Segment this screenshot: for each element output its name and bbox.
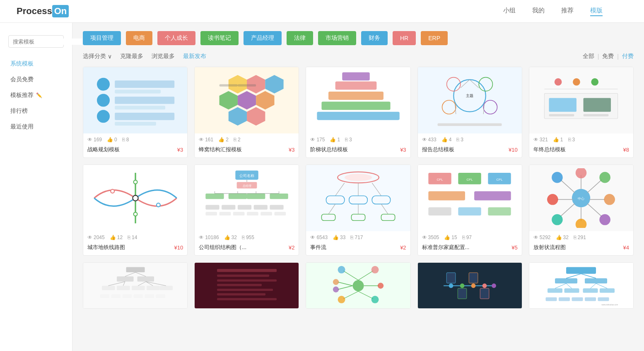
logo-text: Process <box>17 6 52 17</box>
cat-project[interactable]: 项目管理 <box>83 31 121 45</box>
filter-paid[interactable]: 付费 <box>622 53 634 60</box>
template-card[interactable]: 👁 161 👍 2 ⎘ 2 蜂窝结构汇报模板 ¥3 <box>194 67 299 158</box>
svg-rect-166 <box>446 273 456 283</box>
filter-free[interactable]: 免费 <box>602 53 614 60</box>
nav-mine[interactable]: 我的 <box>532 7 545 16</box>
card-info: 公司组织结构图（... ¥2 <box>195 242 299 255</box>
likes-count: 👍 32 <box>224 235 237 240</box>
template-card[interactable]: 主题 👁 433 👍 4 ⎘ 3 <box>417 67 522 158</box>
card-price: ¥4 <box>623 244 629 251</box>
card-thumbnail: 主题 <box>418 67 522 133</box>
cat-marketing[interactable]: 市场营销 <box>318 31 356 45</box>
filter-classify[interactable]: 选择分类 ∨ <box>83 53 112 60</box>
card-meta: 👁 321 👍 1 ⎘ 3 <box>529 133 633 144</box>
sidebar-item-ranking[interactable]: 排行榜 <box>8 103 64 119</box>
template-card[interactable]: 👁 321 👍 1 ⎘ 3 年终总结模板 ¥8 <box>529 67 634 158</box>
svg-rect-59 <box>205 194 224 199</box>
template-card[interactable]: 中心 <box>529 165 634 256</box>
svg-rect-141 <box>217 284 262 286</box>
svg-rect-86 <box>351 214 365 221</box>
template-card[interactable] <box>306 262 410 309</box>
svg-rect-95 <box>488 207 511 215</box>
template-card[interactable]: 👁 6543 👍 33 ⎘ 717 事件流 ¥2 <box>306 165 410 256</box>
filter-browse-most[interactable]: 浏览最多 <box>152 53 175 60</box>
svg-point-165 <box>492 283 496 288</box>
svg-rect-122 <box>102 286 115 290</box>
svg-rect-118 <box>117 276 134 282</box>
views-count: 👁 321 <box>533 137 548 143</box>
card-title: 城市地铁线路图 <box>87 244 125 251</box>
svg-point-157 <box>338 295 345 303</box>
svg-point-153 <box>338 266 345 273</box>
sidebar-item-label: 模板推荐 <box>10 92 34 99</box>
filter-all[interactable]: 全部 <box>583 53 594 60</box>
divider2: | <box>617 53 619 60</box>
edit-icon[interactable]: ✏️ <box>36 92 42 98</box>
svg-point-154 <box>371 266 379 273</box>
cat-law[interactable]: 法律 <box>287 31 313 45</box>
views-count: 👁 5292 <box>533 235 551 240</box>
template-card[interactable] <box>417 262 522 309</box>
views-count: 👁 175 <box>310 137 325 143</box>
cat-finance[interactable]: 财务 <box>361 31 388 45</box>
template-card[interactable]: 👁 2045 👍 12 ⎘ 14 城市地铁线路图 ¥10 <box>83 165 188 256</box>
cat-pm[interactable]: 产品经理 <box>244 31 282 45</box>
sidebar-item-recent[interactable]: 最近使用 <box>8 119 64 135</box>
svg-text:总经理: 总经理 <box>242 184 251 187</box>
template-card[interactable]: www.xietoutiao.com <box>529 262 634 309</box>
svg-line-179 <box>555 283 566 288</box>
svg-rect-142 <box>217 288 273 290</box>
search-input[interactable] <box>13 39 82 45</box>
svg-rect-186 <box>585 297 596 301</box>
filter-latest[interactable]: 最新发布 <box>183 53 206 60</box>
card-meta: 👁 10186 👍 32 ⎘ 955 <box>195 231 299 242</box>
filter-clone-most[interactable]: 克隆最多 <box>120 53 143 60</box>
sidebar-item-system[interactable]: 系统模板 <box>8 56 64 72</box>
like-icon: 👍 <box>441 137 448 143</box>
sidebar-item-free[interactable]: 会员免费 <box>8 72 64 87</box>
like-icon: 👍 <box>330 137 336 143</box>
template-card[interactable] <box>194 262 299 309</box>
svg-rect-93 <box>429 207 451 215</box>
cat-hr[interactable]: HR <box>393 31 416 45</box>
svg-point-48 <box>133 212 137 216</box>
views-count: 👁 161 <box>199 137 213 143</box>
svg-rect-3 <box>115 80 174 88</box>
nav-groups[interactable]: 小组 <box>503 7 516 16</box>
nav-recommend[interactable]: 推荐 <box>561 7 574 16</box>
card-price: ¥2 <box>289 244 294 251</box>
nav-templates[interactable]: 模版 <box>590 7 603 16</box>
card-price: ¥3 <box>289 147 294 153</box>
eye-icon: 👁 <box>199 137 204 143</box>
svg-rect-139 <box>217 274 269 276</box>
search-box[interactable]: 🔍 <box>8 35 64 48</box>
svg-point-110 <box>576 219 587 228</box>
like-icon: 👍 <box>107 137 113 143</box>
svg-rect-134 <box>122 294 132 298</box>
views-count: 👁 3505 <box>422 235 439 240</box>
card-title: 报告总结模板 <box>422 146 454 153</box>
template-card[interactable] <box>83 262 188 309</box>
likes-count: 👍 15 <box>444 235 457 240</box>
cat-reading[interactable]: 读书笔记 <box>200 31 239 45</box>
svg-rect-91 <box>429 191 466 200</box>
svg-marker-16 <box>247 107 265 126</box>
card-thumbnail: 中心 <box>529 165 633 231</box>
cat-growth[interactable]: 个人成长 <box>157 31 195 45</box>
cat-erp[interactable]: ERP <box>421 31 448 45</box>
template-card[interactable]: 👁 175 👍 1 ⎘ 3 阶梯状总结模板 ¥3 <box>306 67 410 158</box>
eye-icon: 👁 <box>422 137 427 143</box>
card-title: 标准普尔家庭配置... <box>422 244 470 251</box>
svg-point-161 <box>449 283 453 288</box>
template-card[interactable]: 公司名称 总经理 <box>194 165 299 256</box>
clones-count: ⎘ 291 <box>574 235 586 240</box>
logo[interactable]: ProcessOn <box>17 5 69 17</box>
svg-point-116 <box>552 172 563 183</box>
template-card[interactable]: CPL CPL CPL 👁 3505 👍 15 ⎘ <box>417 165 522 256</box>
svg-point-162 <box>460 283 465 288</box>
sidebar-item-recommended[interactable]: 模板推荐 ✏️ <box>8 87 64 103</box>
svg-line-174 <box>581 274 596 278</box>
cat-ecom[interactable]: 电商 <box>126 31 152 45</box>
template-card[interactable]: 👁 169 👍 0 ⎘ 8 战略规划模板 ¥3 <box>83 67 188 158</box>
eye-icon: 👁 <box>310 235 315 240</box>
